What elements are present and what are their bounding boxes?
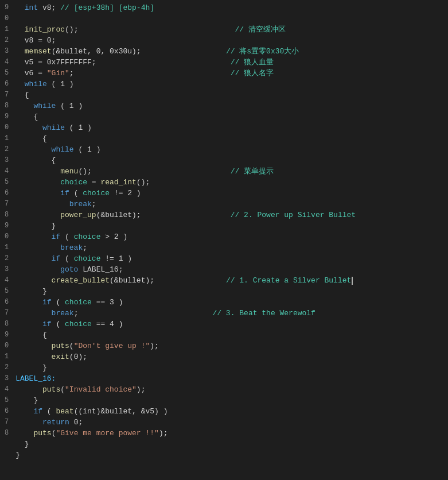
line-number-35: 2 xyxy=(5,362,9,373)
token-plain: { xyxy=(15,330,47,340)
token-fn: menu xyxy=(15,166,78,177)
line-number-38: 5 xyxy=(5,395,9,406)
token-choice-var: choice xyxy=(65,297,92,308)
token-plain: v5 = 0x7FFFFFFF; xyxy=(15,57,230,68)
line-number-13: 0 xyxy=(5,122,9,133)
token-str: "Give me more power !!" xyxy=(56,428,158,439)
line-number-24: 1 xyxy=(5,242,9,253)
code-line-3: v8 = 0; xyxy=(15,35,448,46)
code-line-8: { xyxy=(15,90,448,100)
code-line-13: while ( 1 ) xyxy=(15,144,448,155)
token-fn: puts xyxy=(15,428,51,439)
line-number-14: 1 xyxy=(5,133,9,144)
line-number-41: 8 xyxy=(5,428,9,439)
token-plain: ( xyxy=(60,253,73,264)
token-plain: ( xyxy=(52,297,65,308)
token-plain: ; xyxy=(92,199,96,210)
token-plain: ( xyxy=(69,340,74,351)
token-plain: = xyxy=(87,177,100,188)
line-number-17: 4 xyxy=(5,166,9,177)
token-plain: v8; xyxy=(38,2,60,13)
token-plain: != 2 ) xyxy=(110,188,141,199)
token-plain: } xyxy=(15,395,38,406)
token-comment: // 2. Power up Silver Bullet xyxy=(231,210,356,220)
line-number-3: 0 xyxy=(5,13,9,24)
code-line-27: if ( choice == 3 ) xyxy=(15,297,448,308)
line-number-28: 5 xyxy=(5,286,9,297)
code-line-20: } xyxy=(15,220,448,231)
token-plain: ; xyxy=(69,68,231,79)
line-number-31: 8 xyxy=(5,319,9,330)
line-number-29: 6 xyxy=(5,297,9,308)
token-plain: v8 = 0; xyxy=(15,35,56,46)
line-number-22: 9 xyxy=(5,220,9,231)
token-plain: (); xyxy=(78,166,230,177)
token-plain: ( xyxy=(69,188,83,199)
token-plain: LABEL_16; xyxy=(78,264,123,275)
token-plain: v6 = xyxy=(15,68,47,79)
line-number-33: 0 xyxy=(5,340,9,351)
token-kw: if xyxy=(15,188,69,199)
code-line-24: goto LABEL_16; xyxy=(15,264,448,275)
token-fn: puts xyxy=(15,384,60,395)
code-line-31: puts("Don't give up !"); xyxy=(15,340,448,351)
token-fn: read_int xyxy=(100,177,136,188)
token-plain: == 3 ) xyxy=(92,297,123,308)
token-plain: } xyxy=(15,220,56,231)
line-number-6: 3 xyxy=(5,46,9,57)
token-plain: ); xyxy=(137,384,146,395)
code-line-14: { xyxy=(15,155,448,166)
token-str: "Invalid choice" xyxy=(65,384,137,395)
code-line-9: while ( 1 ) xyxy=(15,100,448,111)
code-line-11: while ( 1 ) xyxy=(15,122,448,133)
code-line-15: menu(); // 菜单提示 xyxy=(15,166,448,177)
token-choice-var: choice xyxy=(74,231,101,242)
code-line-41: } xyxy=(15,450,448,460)
token-plain: ( xyxy=(60,384,65,395)
line-number-4: 1 xyxy=(5,24,9,35)
code-line-12: { xyxy=(15,133,448,144)
token-plain: > 2 ) xyxy=(100,231,127,242)
token-plain: ( xyxy=(42,406,56,417)
line-number-11: 8 xyxy=(5,100,9,111)
code-line-38: return 0; xyxy=(15,417,448,428)
token-choice-var: choice xyxy=(83,188,110,199)
token-kw: int xyxy=(15,2,38,13)
token-kw: if xyxy=(15,231,60,242)
code-line-32: exit(0); xyxy=(15,351,448,362)
code-content[interactable]: int v8; // [esp+38h] [ebp-4h] init_proc(… xyxy=(13,2,448,478)
token-plain: == 4 ) xyxy=(92,319,123,330)
code-line-39: puts("Give me more power !!"); xyxy=(15,428,448,439)
token-plain: { xyxy=(15,155,56,166)
token-plain: (); xyxy=(137,177,150,188)
line-number-40: 7 xyxy=(5,417,9,428)
token-plain: ( 1 ) xyxy=(65,122,92,133)
token-plain: (); xyxy=(65,24,235,35)
token-plain: { xyxy=(15,133,47,144)
token-plain: (&bullet); xyxy=(96,210,231,220)
token-comment: // 清空缓冲区 xyxy=(235,24,285,35)
token-plain: } xyxy=(15,450,20,460)
token-kw: break xyxy=(15,308,73,319)
token-plain: (&bullet, 0, 0x30u); xyxy=(52,46,226,57)
code-line-40: } xyxy=(15,439,448,450)
token-comment: // [esp+38h] [ebp-4h] xyxy=(60,2,154,13)
token-plain: ( 1 ) xyxy=(47,79,74,90)
token-kw: if xyxy=(15,253,60,264)
line-number-9: 6 xyxy=(5,79,9,90)
line-number-32: 9 xyxy=(5,330,9,340)
token-choice-var: choice xyxy=(15,177,87,188)
token-plain xyxy=(15,24,25,35)
code-line-37: if ( beat((int)&bullet, &v5) ) xyxy=(15,406,448,417)
token-plain: } xyxy=(15,286,47,297)
line-number-34: 1 xyxy=(5,351,9,362)
token-kw: while xyxy=(15,122,65,133)
token-kw: goto xyxy=(15,264,78,275)
line-number-2: 9 xyxy=(5,2,9,13)
token-str: "Gin" xyxy=(47,68,69,79)
token-kw: while xyxy=(15,144,73,155)
code-line-28: break; // 3. Beat the Werewolf xyxy=(15,308,448,319)
token-plain: 0; xyxy=(69,417,83,428)
token-choice-var: choice xyxy=(65,319,92,330)
token-plain: { xyxy=(15,90,29,100)
